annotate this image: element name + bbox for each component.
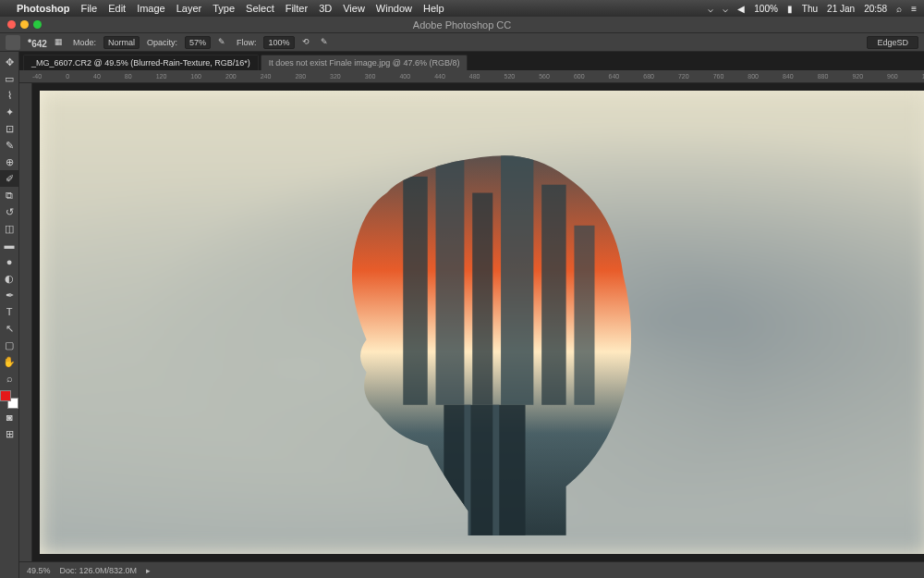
flow-input[interactable]: 100% [263, 36, 294, 49]
ruler-mark: 920 [852, 73, 863, 80]
status-arrow-icon[interactable]: ▸ [146, 566, 151, 575]
ruler-mark: 640 [609, 73, 620, 80]
wifi-icon[interactable]: ⌵ [723, 4, 728, 14]
wand-tool-icon[interactable]: ✦ [0, 104, 18, 120]
ruler-mark: 240 [261, 73, 272, 80]
crop-tool-icon[interactable]: ⊡ [0, 120, 18, 137]
titlebar: Adobe Photoshop CC [0, 17, 924, 33]
date-day: Thu [802, 4, 818, 14]
zoom-status[interactable]: 49.5% [27, 566, 51, 575]
minimize-icon[interactable] [20, 20, 29, 29]
lasso-tool-icon[interactable]: ⌇ [0, 87, 18, 104]
svg-rect-8 [444, 405, 525, 535]
eyedropper-tool-icon[interactable]: ✎ [0, 137, 18, 154]
screenmode-icon[interactable]: ⊞ [0, 425, 18, 442]
blend-mode-select[interactable]: Normal [103, 36, 140, 49]
brush-preset-icon[interactable]: ▦ [55, 37, 66, 48]
bluetooth-icon[interactable]: ⌵ [708, 4, 713, 14]
ruler-mark: 440 [434, 73, 445, 80]
svg-rect-2 [435, 160, 464, 405]
menu-edit[interactable]: Edit [108, 3, 126, 14]
doc-size-status[interactable]: Doc: 126.0M/832.0M [60, 566, 138, 575]
stamp-tool-icon[interactable]: ⧉ [0, 187, 18, 203]
menu-type[interactable]: Type [213, 3, 235, 14]
ruler-mark: 40 [93, 73, 101, 80]
airbrush-icon[interactable]: ⟲ [302, 37, 313, 48]
ruler-mark: 160 [190, 73, 201, 80]
canvas-document[interactable] [40, 91, 924, 554]
document-tabs: _MG_6607.CR2 @ 49.5% (Blurred-Rain-Textu… [19, 52, 924, 70]
ruler-mark: 560 [539, 73, 550, 80]
macos-menubar: Photoshop FileEditImageLayerTypeSelectFi… [0, 0, 924, 17]
ruler-mark: 720 [678, 73, 689, 80]
ruler-mark: 360 [365, 73, 376, 80]
svg-rect-6 [541, 185, 565, 405]
zoom-icon[interactable] [33, 20, 42, 29]
document-tab[interactable]: _MG_6607.CR2 @ 49.5% (Blurred-Rain-Textu… [23, 55, 259, 70]
pen-tool-icon[interactable]: ✒ [0, 287, 18, 303]
color-swatches[interactable] [0, 390, 18, 409]
app-name[interactable]: Photoshop [17, 3, 69, 14]
ruler-mark: 760 [713, 73, 724, 80]
mode-label: Mode: [73, 38, 96, 47]
blur-tool-icon[interactable]: ● [0, 253, 18, 270]
dodge-tool-icon[interactable]: ◐ [0, 270, 18, 287]
date: 21 Jan [827, 4, 855, 14]
history-brush-icon[interactable]: ↺ [0, 203, 18, 220]
hand-tool-icon[interactable]: ✋ [0, 353, 18, 370]
close-icon[interactable] [7, 20, 16, 29]
menu-3d[interactable]: 3D [319, 3, 332, 14]
battery-icon[interactable]: ▮ [787, 4, 793, 14]
foreground-color[interactable] [0, 390, 11, 401]
ruler-mark: 800 [748, 73, 759, 80]
battery-pct: 100% [754, 4, 778, 14]
menu-image[interactable]: Image [137, 3, 165, 14]
gradient-tool-icon[interactable]: ▬ [0, 237, 18, 253]
svg-marker-5 [533, 128, 565, 152]
svg-rect-4 [501, 153, 533, 405]
menu-select[interactable]: Select [246, 3, 274, 14]
workspace-select[interactable]: EdgeSD [867, 36, 918, 49]
marquee-tool-icon[interactable]: ▭ [0, 70, 18, 87]
menu-filter[interactable]: Filter [286, 3, 308, 14]
notification-icon[interactable]: ≡ [911, 4, 917, 14]
volume-icon[interactable]: ◀ [737, 4, 745, 14]
eraser-tool-icon[interactable]: ◫ [0, 220, 18, 237]
brush-tool-icon[interactable]: ✐ [0, 170, 18, 187]
time: 20:58 [864, 4, 887, 14]
svg-rect-1 [403, 177, 427, 405]
ruler-mark: 80 [125, 73, 132, 80]
ruler-mark: 480 [469, 73, 480, 80]
flow-label: Flow: [237, 38, 257, 47]
ruler-mark: 280 [295, 73, 306, 80]
brush-tool-icon[interactable] [6, 35, 20, 50]
heal-tool-icon[interactable]: ⊕ [0, 154, 18, 170]
opacity-input[interactable]: 57% [185, 36, 211, 49]
menu-file[interactable]: File [80, 3, 97, 14]
ruler-mark: 0 [66, 73, 69, 80]
ruler-mark: 200 [225, 73, 237, 80]
quickmask-icon[interactable]: ◙ [0, 409, 18, 425]
shape-tool-icon[interactable]: ▢ [0, 337, 18, 353]
opacity-label: Opacity: [147, 38, 177, 47]
svg-rect-9 [464, 405, 470, 535]
ruler-mark: 680 [643, 73, 654, 80]
pressure-opacity-icon[interactable]: ✎ [218, 37, 229, 48]
ruler-mark: 600 [574, 73, 585, 80]
menu-view[interactable]: View [343, 3, 365, 14]
canvas-viewport[interactable] [32, 83, 924, 561]
document-tab[interactable]: It does not exist Finale image.jpg @ 47.… [261, 55, 468, 70]
move-tool-icon[interactable]: ✥ [0, 54, 18, 70]
menu-window[interactable]: Window [376, 3, 412, 14]
ruler-mark: 120 [156, 73, 167, 80]
brush-size[interactable]: •642 [28, 34, 47, 49]
menu-help[interactable]: Help [423, 3, 444, 14]
ruler-mark: 320 [330, 73, 341, 80]
canvas-area: _MG_6607.CR2 @ 49.5% (Blurred-Rain-Textu… [19, 52, 924, 578]
zoom-tool-icon[interactable]: ⌕ [0, 370, 18, 387]
spotlight-icon[interactable]: ⌕ [896, 4, 902, 14]
type-tool-icon[interactable]: T [0, 303, 18, 320]
pressure-size-icon[interactable]: ✎ [321, 37, 332, 48]
menu-layer[interactable]: Layer [176, 3, 202, 14]
path-tool-icon[interactable]: ↖ [0, 320, 18, 337]
